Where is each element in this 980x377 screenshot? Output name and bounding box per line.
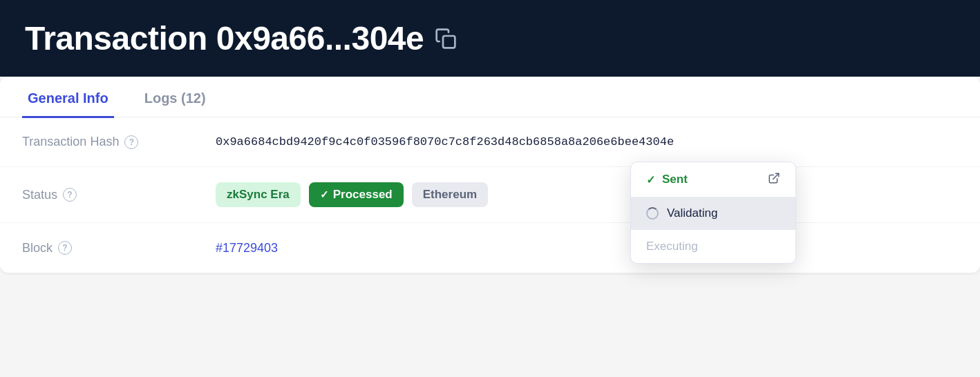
sent-check-icon: ✓: [646, 173, 655, 186]
row-value-hash: 0x9a6684cbd9420f9c4c0f03596f8070c7c8f263…: [216, 135, 958, 148]
status-dropdown: ✓ Sent Validating: [630, 162, 796, 264]
zksync-era-badge: zkSync Era: [216, 182, 301, 207]
check-icon: ✓: [320, 188, 329, 201]
ethereum-badge: Ethereum: [412, 182, 488, 207]
dropdown-item-executing[interactable]: Executing: [631, 230, 795, 263]
dropdown-item-sent[interactable]: ✓ Sent: [631, 162, 795, 197]
external-link-icon[interactable]: [768, 172, 780, 187]
row-label-hash: Transaction Hash ?: [22, 135, 216, 149]
table-row: Status ? zkSync Era ✓ Processed Ethereum: [0, 167, 980, 223]
svg-rect-0: [443, 36, 455, 48]
tab-general-info[interactable]: General Info: [22, 78, 114, 118]
svg-line-1: [773, 173, 779, 179]
processed-label: Processed: [333, 188, 393, 202]
executing-label: Executing: [646, 240, 698, 253]
help-icon-block[interactable]: ?: [58, 241, 72, 255]
row-label-block: Block ?: [22, 241, 216, 255]
ethereum-label: Ethereum: [423, 188, 477, 202]
row-value-status: zkSync Era ✓ Processed Ethereum ✓ Sent: [216, 182, 958, 207]
table-row: Transaction Hash ? 0x9a6684cbd9420f9c4c0…: [0, 117, 980, 167]
zksync-era-label: zkSync Era: [227, 188, 290, 202]
page-header: Transaction 0x9a66...304e: [0, 0, 980, 77]
block-link[interactable]: #17729403: [216, 241, 278, 255]
help-icon-hash[interactable]: ?: [124, 135, 138, 149]
row-value-block: #17729403: [216, 241, 958, 255]
copy-icon[interactable]: [435, 28, 457, 50]
table-row: Block ? #17729403: [0, 223, 980, 273]
tab-logs[interactable]: Logs (12): [139, 78, 211, 118]
tabs-bar: General Info Logs (12): [0, 77, 980, 117]
transaction-detail-table: Transaction Hash ? 0x9a6684cbd9420f9c4c0…: [0, 117, 980, 273]
row-label-status: Status ?: [22, 188, 216, 202]
sent-label: Sent: [662, 173, 688, 186]
help-icon-status[interactable]: ?: [63, 188, 77, 202]
content-card: General Info Logs (12) Transaction Hash …: [0, 77, 980, 273]
dropdown-item-validating[interactable]: Validating: [631, 197, 795, 230]
spinner-icon: [646, 207, 659, 220]
validating-label: Validating: [667, 206, 717, 220]
page-title: Transaction 0x9a66...304e: [25, 19, 424, 57]
processed-badge: ✓ Processed: [309, 182, 404, 207]
transaction-hash-value: 0x9a6684cbd9420f9c4c0f03596f8070c7c8f263…: [216, 135, 674, 148]
